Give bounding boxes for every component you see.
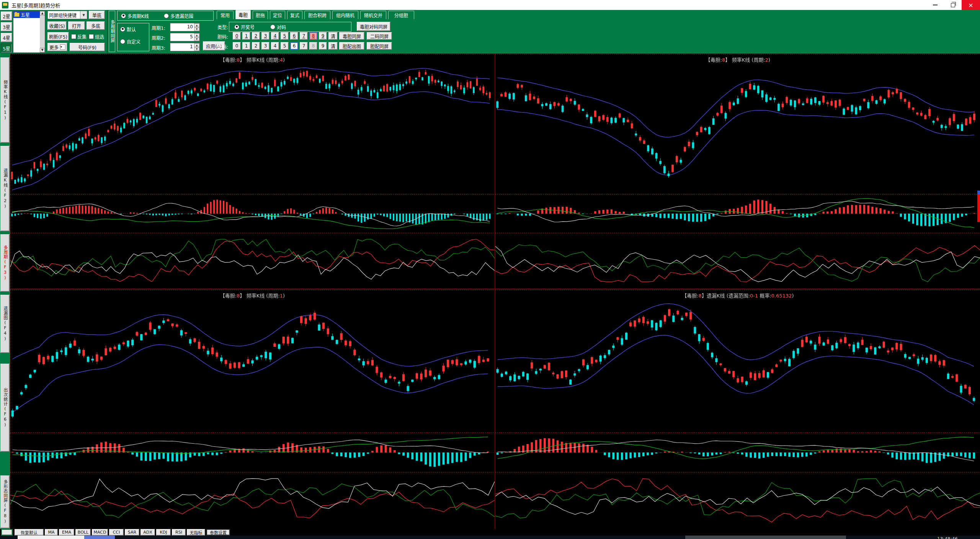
- kline-chart-period1[interactable]: [10, 289, 495, 529]
- hscrollbar-track[interactable]: [18, 536, 84, 539]
- spinner-arrows[interactable]: ▲▼: [194, 23, 199, 31]
- indicator-button-KDJ[interactable]: KDJ: [156, 529, 171, 536]
- restore-button[interactable]: [944, 0, 962, 10]
- peima-digit-5[interactable]: 5: [281, 42, 289, 50]
- scroll-down-icon[interactable]: ▼: [40, 48, 45, 52]
- peima-digit-2[interactable]: 2: [252, 42, 260, 50]
- number-button[interactable]: 号码(F9): [70, 43, 105, 51]
- period-spinner-1[interactable]: 10▲▼: [170, 23, 200, 31]
- tab-复式[interactable]: 复式: [287, 11, 302, 19]
- danma-digit-9[interactable]: 9: [319, 32, 327, 40]
- indicator-button-无指标[interactable]: 无指标: [187, 529, 205, 536]
- vertical-tab-multi-period[interactable]: 多周期同屏: [109, 11, 115, 52]
- tab-分组胆[interactable]: 分组胆: [388, 11, 414, 19]
- chevron-down-icon[interactable]: ▾: [60, 44, 65, 50]
- tab-定位[interactable]: 定位: [270, 11, 285, 19]
- peima-button-0[interactable]: 胆配出图: [339, 42, 364, 50]
- danma-digit-8[interactable]: 8: [309, 32, 317, 40]
- tab-毒胆[interactable]: 毒胆: [235, 10, 251, 19]
- star-button-4星[interactable]: 4星: [1, 33, 12, 42]
- spinner-down-icon[interactable]: ▼: [194, 47, 199, 51]
- danma-digit-7[interactable]: 7: [300, 32, 308, 40]
- right-scroll-indicator[interactable]: [977, 191, 980, 222]
- bottom-blank-button[interactable]: [1, 529, 13, 536]
- sidebar-item-4[interactable]: 遗漏图(F4): [0, 295, 10, 353]
- sidebar-item-3[interactable]: 多周期(F3): [0, 234, 10, 292]
- danma-button-0[interactable]: 毒胆同屏: [339, 32, 364, 40]
- danma-digit-2[interactable]: 2: [252, 32, 260, 40]
- peima-clear-button[interactable]: 清: [328, 42, 338, 50]
- multi-bottom-button[interactable]: 多底: [87, 21, 105, 30]
- radio-icon[interactable]: [121, 13, 126, 18]
- indicator-button-MACD[interactable]: MACD: [92, 529, 108, 536]
- spinner-up-icon[interactable]: ▲: [194, 43, 199, 47]
- radio-icon[interactable]: [120, 27, 125, 32]
- peima-digit-7[interactable]: 7: [300, 42, 308, 50]
- more-button[interactable]: 更多▾: [47, 43, 67, 51]
- indicator-button-参数设置[interactable]: 参数设置: [206, 529, 230, 536]
- refresh-button[interactable]: 刷新(F5): [47, 32, 69, 41]
- kline-chart-period2[interactable]: [495, 54, 980, 289]
- indicator-button-ADX[interactable]: ADX: [140, 529, 155, 536]
- period-spinner-3[interactable]: 1▲▼: [170, 43, 200, 51]
- danma-digit-4[interactable]: 4: [271, 32, 279, 40]
- danma-digit-0[interactable]: 0: [233, 32, 241, 40]
- tab-组内随机[interactable]: 组内随机: [332, 11, 358, 19]
- indicator-button-EMA[interactable]: EMA: [59, 529, 74, 536]
- peima-digit-6[interactable]: 6: [290, 42, 298, 50]
- checkbox-fanji[interactable]: 反集: [71, 33, 88, 40]
- danma-digit-1[interactable]: 1: [242, 32, 250, 40]
- peima-digit-0[interactable]: 0: [233, 42, 241, 50]
- taskbar-window-button[interactable]: [685, 536, 846, 539]
- indicator-button-BOLL[interactable]: BOLL: [75, 529, 91, 536]
- danma-digit-6[interactable]: 6: [290, 32, 298, 40]
- peima-digit-1[interactable]: 1: [242, 42, 250, 50]
- favorite-button[interactable]: 收藏(S): [47, 21, 67, 30]
- star-button-3星[interactable]: 3星: [1, 22, 12, 31]
- spinner-down-icon[interactable]: ▼: [194, 37, 199, 41]
- kline-chart-period4[interactable]: [10, 54, 495, 289]
- indicator-button-SAR[interactable]: SAR: [125, 529, 139, 536]
- checkbox-icon[interactable]: [89, 34, 94, 39]
- indicator-button-CCI[interactable]: CCI: [109, 529, 124, 536]
- spinner-up-icon[interactable]: ▲: [194, 23, 199, 27]
- tab-胆拖[interactable]: 胆拖: [253, 11, 268, 19]
- indicator-button-RSI[interactable]: RSI: [172, 529, 186, 536]
- radio-icon[interactable]: [270, 24, 275, 29]
- sidebar-item-2[interactable]: 遗漏K线(F2): [0, 146, 10, 231]
- scroll-up-icon[interactable]: ▲: [40, 11, 45, 16]
- checkbox-zuxuan[interactable]: 组选: [89, 33, 106, 40]
- danma-digit-3[interactable]: 3: [261, 32, 270, 40]
- tab-随机交并[interactable]: 随机交并: [360, 11, 386, 19]
- close-button[interactable]: ×: [962, 0, 980, 10]
- peima-digit-8[interactable]: 8: [309, 42, 317, 50]
- indicator-button-恢复默认[interactable]: 恢复默认: [15, 529, 44, 536]
- hscrollbar-thumb[interactable]: [84, 536, 115, 539]
- danma-digit-5[interactable]: 5: [281, 32, 289, 40]
- sidebar-item-5[interactable]: 出次统计(F6): [0, 364, 10, 452]
- compare-screen-button[interactable]: 毒胆对码同屏: [357, 22, 390, 31]
- omission-kline-chart[interactable]: [495, 289, 980, 529]
- tab-常用[interactable]: 常用: [217, 11, 234, 19]
- spinner-up-icon[interactable]: ▲: [194, 33, 199, 37]
- peima-button-1[interactable]: 胆配同屏: [367, 42, 392, 50]
- star-button-5星[interactable]: 5星: [1, 44, 12, 53]
- mode-radio-0[interactable]: 多周期K线: [121, 13, 162, 19]
- star-button-2星[interactable]: 2星: [1, 11, 12, 21]
- preset-radio-1[interactable]: 自定义: [120, 38, 148, 44]
- radio-icon[interactable]: [234, 24, 239, 29]
- type-radio-1[interactable]: 对码: [270, 24, 303, 30]
- indicator-button-MA[interactable]: MA: [45, 529, 58, 536]
- radio-icon[interactable]: [164, 13, 169, 18]
- peima-digit-9[interactable]: 9: [319, 42, 327, 50]
- group-list-scrollbar[interactable]: ▲▼: [40, 11, 45, 52]
- sidebar-item-6[interactable]: 多形态同屏(F8): [0, 475, 10, 528]
- quick-group-dropdown[interactable]: 同屏组快捷键▼: [47, 11, 87, 19]
- spinner-arrows[interactable]: ▲▼: [194, 43, 199, 51]
- period-spinner-2[interactable]: 5▲▼: [170, 33, 200, 41]
- radio-icon[interactable]: [120, 39, 125, 44]
- danma-button-1[interactable]: 二码同屏: [367, 32, 392, 40]
- sidebar-item-1[interactable]: 频率K线(F1): [0, 57, 10, 143]
- preset-radio-0[interactable]: 默认: [120, 26, 148, 32]
- single-bottom-button[interactable]: 单底: [89, 11, 105, 19]
